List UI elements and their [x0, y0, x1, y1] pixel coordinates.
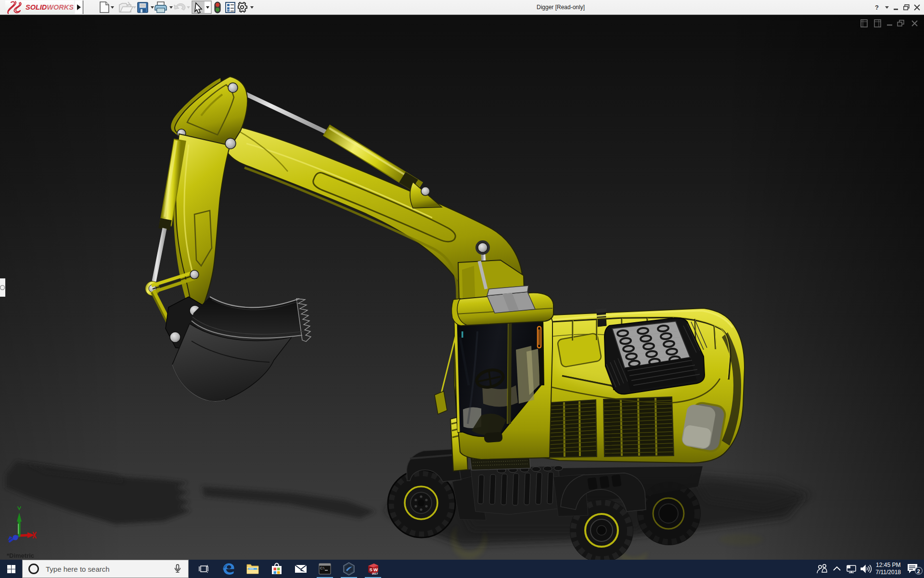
svg-text:2: 2: [917, 568, 920, 574]
svg-text:?: ?: [875, 4, 879, 11]
svg-text:2017: 2017: [372, 572, 378, 575]
svg-text:C:\: C:\: [320, 566, 324, 570]
svg-text:S: S: [370, 567, 372, 572]
svg-text:*Dimetric: *Dimetric: [7, 552, 34, 559]
svg-text:W: W: [373, 567, 378, 572]
